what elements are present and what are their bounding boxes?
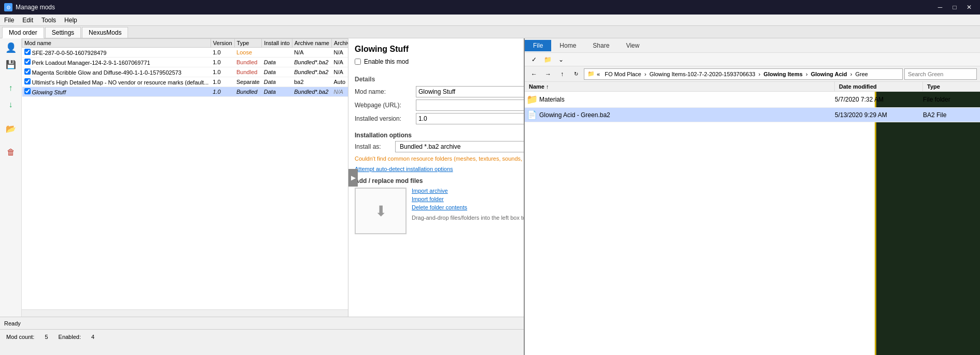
version-label: Installed version: (355, 115, 412, 122)
breadcrumb-text: « FO Mod Place › Glowing Items-102-7-2-2… (597, 71, 868, 77)
file-date-ba2: 5/13/2020 9:29 AM (835, 111, 923, 119)
fe-file-list: 📁 Materials 5/7/2020 7:32 AM File folder… (525, 92, 980, 355)
fe-nav-bar: ← → ↑ ↻ 📁 « FO Mod Place › Glowing Items… (525, 66, 980, 82)
tab-mod-order[interactable]: Mod order (2, 27, 44, 38)
save-icon: 💾 (6, 60, 16, 69)
arrow-down-icon: ↓ (9, 100, 13, 109)
col-type[interactable]: Type (234, 39, 262, 48)
mod-name-label: Mod name: (355, 88, 412, 95)
profile-icon-btn[interactable]: 👤 (3, 40, 19, 55)
ready-status: Ready (4, 320, 21, 326)
fe-tab-home[interactable]: Home (551, 40, 584, 51)
fe-breadcrumb[interactable]: 📁 « FO Mod Place › Glowing Items-102-7-2… (584, 68, 903, 80)
download-icon: ⬇ (375, 203, 387, 220)
table-row[interactable]: Perk Loadout Manager-124-2-9-1-160706977… (22, 58, 348, 67)
drop-zone[interactable]: ⬇ (355, 188, 407, 234)
fe-quick-access: ✓ 📁 ⌄ (525, 53, 980, 66)
table-row[interactable]: Glowing Stuff 1.0 Bundled Data Bundled*.… (22, 87, 348, 97)
app-title: Manage mods (16, 4, 55, 11)
col-archive-name[interactable]: Archive name (292, 39, 331, 48)
close-button[interactable]: ✕ (962, 2, 976, 13)
fe-up-button[interactable]: ↑ (556, 68, 568, 80)
fe-main-area: Name ↑ Date modified Type 📁 Materials 5/… (525, 82, 980, 355)
mod-list-panel: Mod name Version Type Install into Archi… (22, 38, 348, 317)
breadcrumb-folder-icon: 📁 (587, 70, 595, 77)
fe-quick-access-btn1[interactable]: ✓ (528, 54, 540, 65)
move-down-button[interactable]: ↓ (3, 97, 19, 112)
col-date-header[interactable]: Date modified (835, 82, 923, 91)
enable-mod-checkbox[interactable] (355, 59, 361, 65)
fe-back-button[interactable]: ← (528, 68, 540, 80)
file-name-ba2: Glowing Acid - Green.ba2 (539, 111, 835, 119)
menu-tools[interactable]: Tools (37, 16, 60, 25)
maximize-button[interactable]: □ (948, 2, 961, 13)
mod-table: Mod name Version Type Install into Archi… (22, 38, 348, 97)
titlebar: ⚙ Manage mods ─ □ ✕ (0, 0, 980, 15)
fe-tab-share[interactable]: Share (584, 40, 618, 51)
table-row[interactable]: Ultimist's High Detailed Map - NO vendor… (22, 77, 348, 87)
open-folder-button[interactable]: 📂 (3, 121, 19, 136)
menu-edit[interactable]: Edit (18, 16, 37, 25)
fe-search-input[interactable] (904, 68, 977, 80)
fe-tab-view[interactable]: View (618, 40, 648, 51)
enabled-label: Enabled: (59, 334, 81, 340)
fe-refresh-button[interactable]: ↻ (570, 68, 582, 80)
file-date: 5/7/2020 7:32 AM (835, 96, 923, 103)
install-as-label: Install as: (355, 143, 391, 150)
file-row-materials[interactable]: 📁 Materials 5/7/2020 7:32 AM File folder (525, 92, 980, 108)
horizontal-scrollbar[interactable] (22, 309, 348, 317)
fe-quick-access-btn2[interactable]: 📁 (541, 54, 554, 65)
fe-col-headers: Name ↑ Date modified Type (525, 82, 980, 92)
file-row-ba2[interactable]: 📄 Glowing Acid - Green.ba2 5/13/2020 9:2… (525, 108, 980, 122)
enabled-value: 4 (91, 334, 94, 340)
table-row[interactable]: SFE-287-0-0-50-1607928479 1.0 Loose N/A … (22, 48, 348, 58)
expand-arrow-button[interactable]: ▶ (348, 169, 358, 187)
trash-icon: 🗑 (7, 148, 15, 157)
file-type: File folder (923, 96, 980, 103)
arrow-up-icon: ↑ (9, 83, 13, 93)
mod-count-label: Mod count: (6, 334, 34, 340)
mod-count-value: 5 (45, 334, 48, 340)
fe-content: Name ↑ Date modified Type 📁 Materials 5/… (525, 82, 980, 355)
save-icon-btn[interactable]: 💾 (3, 57, 19, 72)
col-archive-format[interactable]: Archive format (331, 39, 348, 48)
enable-mod-label[interactable]: Enable this mod (364, 58, 409, 65)
file-type-ba2: BA2 File (923, 111, 980, 119)
table-row[interactable]: Magenta Scribble Glow and Diffuse-490-1-… (22, 67, 348, 77)
menu-file[interactable]: File (0, 16, 18, 25)
col-install-into[interactable]: Install into (262, 39, 292, 48)
tab-nexusmods[interactable]: NexusMods (82, 27, 128, 38)
file-name: Materials (539, 96, 835, 103)
tab-settings[interactable]: Settings (45, 27, 81, 38)
file-explorer: File Home Share View ✓ 📁 ⌄ ← → ↑ ↻ 📁 « F… (524, 38, 980, 355)
titlebar-left: ⚙ Manage mods (4, 3, 55, 11)
col-version[interactable]: Version (211, 39, 234, 48)
mod-checkbox[interactable] (24, 68, 31, 75)
fe-ribbon: File Home Share View (525, 38, 980, 53)
titlebar-controls: ─ □ ✕ (933, 2, 976, 13)
delete-button[interactable]: 🗑 (3, 145, 19, 160)
sort-icon: ↑ (546, 83, 549, 90)
folder-icon: 📁 (525, 94, 539, 105)
folder-open-icon: 📂 (6, 124, 16, 134)
tabbar: Mod order Settings NexusMods (0, 26, 980, 38)
fe-forward-button[interactable]: → (542, 68, 554, 80)
col-type-header[interactable]: Type (923, 82, 980, 91)
mod-checkbox[interactable] (24, 78, 31, 84)
menubar: File Edit Tools Help (0, 15, 980, 26)
minimize-button[interactable]: ─ (933, 2, 947, 13)
profile-icon: 👤 (5, 42, 17, 53)
menu-help[interactable]: Help (60, 16, 81, 25)
mod-sidebar: 👤 💾 ↑ ↓ 📂 🗑 (0, 38, 22, 317)
app-icon: ⚙ (4, 3, 12, 11)
col-name-header[interactable]: Name ↑ (525, 82, 835, 91)
move-up-button[interactable]: ↑ (3, 81, 19, 95)
fe-tab-file[interactable]: File (525, 40, 551, 51)
col-mod-name[interactable]: Mod name (22, 39, 211, 48)
webpage-label: Webpage (URL): (355, 102, 412, 109)
selected-mod-name: Glowing Stuff (32, 89, 66, 95)
mod-checkbox[interactable] (24, 49, 31, 55)
fe-quick-access-btn3[interactable]: ⌄ (555, 54, 567, 65)
mod-checkbox[interactable] (24, 88, 31, 94)
mod-checkbox[interactable] (24, 59, 31, 65)
